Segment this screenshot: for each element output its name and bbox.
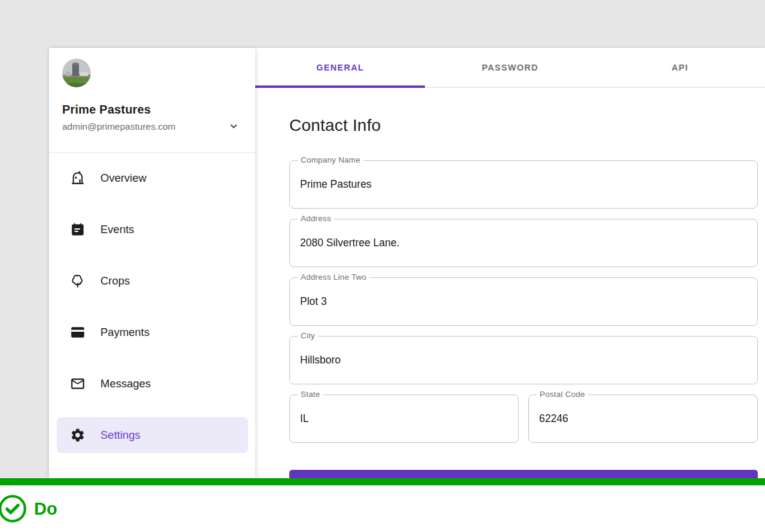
- field-label: City: [298, 331, 318, 340]
- sidebar-item-events[interactable]: Events: [57, 212, 248, 247]
- cotton-crop-icon: [70, 273, 85, 289]
- field-label: Postal Code: [537, 390, 588, 399]
- do-label: Do: [34, 499, 57, 519]
- gear-icon: [70, 427, 85, 443]
- sidebar-item-settings[interactable]: Settings: [57, 417, 248, 453]
- field-label: State: [298, 390, 323, 399]
- city-input[interactable]: [290, 337, 757, 384]
- sidebar-item-label: Messages: [100, 377, 151, 390]
- calendar-icon: [70, 222, 85, 237]
- address-line-two-field: Address Line Two: [289, 277, 758, 326]
- sidebar-item-messages[interactable]: Messages: [57, 366, 248, 402]
- city-field: City: [289, 336, 758, 384]
- address-field: Address: [289, 219, 758, 267]
- company-name-field: Company Name: [289, 160, 758, 209]
- address-input[interactable]: [290, 219, 757, 267]
- field-label: Address: [298, 214, 334, 223]
- sidebar: Prime Pastures admin@primepastures.com: [49, 48, 255, 532]
- field-label: Address Line Two: [298, 273, 369, 282]
- farm-photo: [62, 59, 91, 87]
- sidebar-item-label: Settings: [100, 429, 140, 442]
- main-panel: GENERAL PASSWORD API Contact Info Compan…: [255, 48, 765, 532]
- contact-info-form: Contact Info Company Name Address Addres…: [255, 88, 765, 496]
- tab-password[interactable]: PASSWORD: [425, 48, 595, 87]
- do-annotation-strip: Do: [0, 485, 765, 532]
- sidebar-item-label: Events: [100, 223, 134, 236]
- screen: Prime Pastures admin@primepastures.com: [0, 0, 765, 532]
- tab-label: GENERAL: [316, 63, 364, 72]
- sidebar-item-label: Overview: [100, 172, 146, 185]
- tab-label: API: [672, 63, 688, 72]
- tab-label: PASSWORD: [482, 63, 538, 72]
- state-postal-row: State Postal Code: [289, 395, 758, 453]
- postal-code-field: Postal Code: [528, 395, 758, 443]
- sidebar-menu: Overview Events: [49, 153, 255, 453]
- profile-section: Prime Pastures admin@primepastures.com: [49, 48, 255, 152]
- company-name-input[interactable]: [290, 161, 757, 208]
- profile-email: admin@primepastures.com: [62, 121, 176, 132]
- field-label: Company Name: [298, 155, 363, 164]
- barn-silo-icon: [70, 170, 85, 186]
- chevron-down-icon[interactable]: [227, 120, 241, 134]
- state-input[interactable]: [290, 395, 518, 442]
- tab-api[interactable]: API: [595, 48, 765, 87]
- avatar: [62, 59, 91, 87]
- page-title: Contact Info: [289, 116, 758, 135]
- profile-name: Prime Pastures: [62, 103, 241, 117]
- do-annotation-bar: [0, 478, 765, 485]
- sidebar-item-overview[interactable]: Overview: [57, 160, 248, 196]
- address-line-two-input[interactable]: [290, 278, 757, 325]
- sidebar-item-crops[interactable]: Crops: [57, 263, 248, 299]
- sidebar-item-label: Crops: [100, 274, 130, 288]
- active-tab-indicator: [255, 85, 425, 88]
- sidebar-item-label: Payments: [100, 326, 149, 339]
- credit-card-icon: [70, 325, 85, 340]
- postal-code-input[interactable]: [529, 395, 757, 442]
- settings-card: Prime Pastures admin@primepastures.com: [49, 48, 765, 532]
- mail-icon: [70, 376, 85, 392]
- check-circle-icon: [0, 494, 27, 524]
- tab-general[interactable]: GENERAL: [255, 48, 425, 87]
- tab-bar: GENERAL PASSWORD API: [255, 48, 765, 88]
- sidebar-item-payments[interactable]: Payments: [57, 314, 248, 350]
- state-field: State: [289, 395, 519, 443]
